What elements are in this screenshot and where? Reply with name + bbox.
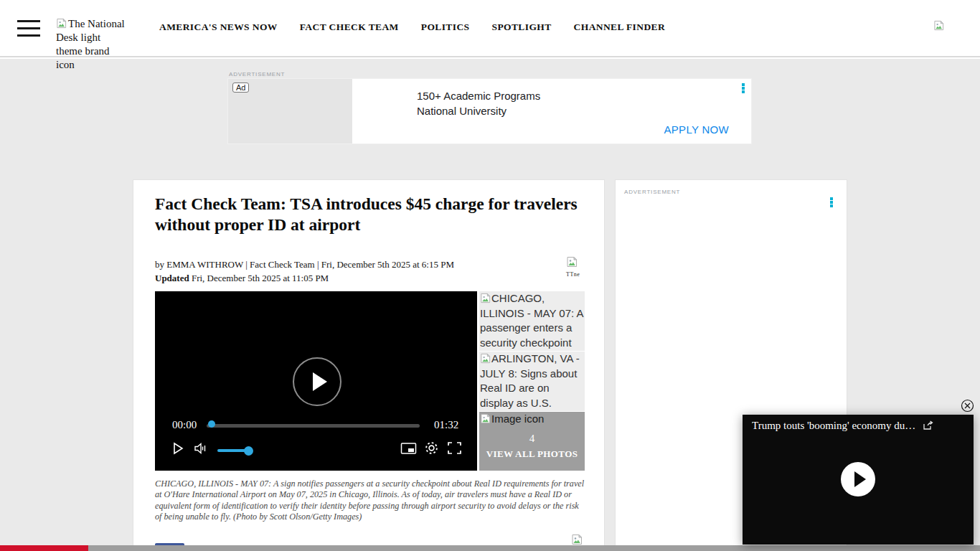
updated-time: Fri, December 5th 2025 at 11:05 PM bbox=[189, 273, 329, 283]
broken-image-icon bbox=[480, 353, 491, 364]
view-all-photos-button[interactable]: VIEW ALL PHOTOS bbox=[479, 447, 585, 462]
site-logo[interactable]: The National Desk light theme brand icon bbox=[56, 17, 126, 72]
picture-in-picture-icon[interactable] bbox=[400, 442, 417, 455]
page-bottom-progress-bar bbox=[0, 545, 980, 551]
article-card: Fact Check Team: TSA introduces $45 char… bbox=[133, 179, 605, 551]
header-weather-broken-image-icon[interactable] bbox=[933, 20, 944, 34]
ad-content: 150+ Academic Programs National Universi… bbox=[352, 79, 751, 143]
hamburger-menu-icon[interactable] bbox=[17, 20, 40, 37]
article-title: Fact Check Team: TSA introduces $45 char… bbox=[155, 194, 590, 235]
site-header: The National Desk light theme brand icon… bbox=[0, 0, 980, 57]
top-ad-banner[interactable]: Ad 150+ Academic Programs National Unive… bbox=[228, 79, 751, 143]
photo-count: 4 bbox=[479, 431, 585, 446]
ad-headline: 150+ Academic Programs bbox=[417, 90, 540, 102]
volume-handle[interactable] bbox=[244, 446, 253, 456]
fullscreen-icon[interactable] bbox=[447, 441, 462, 455]
open-share-icon[interactable] bbox=[923, 420, 933, 430]
ad-badge[interactable]: Ad bbox=[232, 83, 249, 93]
video-player[interactable]: 00:00 01:32 bbox=[155, 291, 477, 471]
big-play-button[interactable] bbox=[293, 357, 341, 406]
photo-caption: CHICAGO, ILLINOIS - MAY 07: A sign notif… bbox=[155, 479, 586, 522]
ad-apply-now-link[interactable]: APPLY NOW bbox=[664, 123, 729, 136]
broken-image-icon bbox=[480, 413, 491, 424]
floating-player-title-row[interactable]: Trump touts 'booming' economy du… bbox=[752, 420, 966, 432]
floating-player-close-icon[interactable] bbox=[961, 399, 974, 413]
floating-player-play-button[interactable] bbox=[841, 462, 875, 496]
broken-image-icon bbox=[56, 18, 67, 29]
settings-gear-icon[interactable] bbox=[424, 441, 439, 456]
ad-options-menu-icon[interactable] bbox=[742, 83, 745, 94]
advertisement-label: ADVERTISEMENT bbox=[229, 71, 285, 77]
broken-image-icon bbox=[480, 293, 491, 303]
play-button-icon[interactable] bbox=[172, 441, 184, 456]
nav-item-americas-news-now[interactable]: AMERICA'S NEWS NOW bbox=[159, 22, 278, 33]
volume-icon[interactable] bbox=[194, 442, 208, 455]
video-seekbar[interactable] bbox=[207, 424, 420, 428]
ad-image-placeholder: Ad bbox=[228, 79, 352, 143]
updated-label: Updated bbox=[155, 273, 189, 283]
ad-advertiser: National University bbox=[417, 105, 507, 117]
floating-video-player[interactable]: Trump touts 'booming' economy du… bbox=[743, 415, 974, 545]
page: The National Desk light theme brand icon… bbox=[0, 0, 980, 551]
share-broken-image[interactable]: TTne bbox=[566, 256, 586, 278]
progress-bar-fill bbox=[0, 545, 88, 551]
video-duration: 01:32 bbox=[434, 419, 458, 431]
nav-item-fact-check-team[interactable]: FACT CHECK TEAM bbox=[300, 22, 399, 33]
updated-line: Updated Fri, December 5th 2025 at 11:05 … bbox=[155, 272, 454, 286]
seekbar-handle[interactable] bbox=[208, 420, 215, 428]
volume-slider[interactable] bbox=[217, 449, 248, 452]
gallery-thumb-1[interactable]: CHICAGO, ILLINOIS - MAY 07: A passenger … bbox=[479, 291, 585, 351]
byline-line: by EMMA WITHROW | Fact Check Team | Fri,… bbox=[155, 258, 454, 272]
photo-gallery: CHICAGO, ILLINOIS - MAY 07: A passenger … bbox=[479, 291, 585, 471]
floating-player-title[interactable]: Trump touts 'booming' economy du… bbox=[752, 420, 915, 431]
nav-item-channel-finder[interactable]: CHANNEL FINDER bbox=[574, 22, 666, 33]
thumb-alt-text: CHICAGO, ILLINOIS - MAY 07: A passenger … bbox=[480, 292, 583, 349]
thumb-alt-text: Image icon bbox=[491, 413, 544, 425]
gallery-view-all-tile[interactable]: Image icon 4 VIEW ALL PHOTOS bbox=[479, 412, 585, 471]
primary-nav: AMERICA'S NEWS NOW FACT CHECK TEAM POLIT… bbox=[159, 22, 665, 33]
ad-options-menu-icon[interactable] bbox=[830, 197, 833, 208]
advertisement-label: ADVERTISEMENT bbox=[624, 189, 680, 195]
broken-image-icon bbox=[566, 256, 578, 268]
video-current-time: 00:00 bbox=[172, 419, 197, 431]
article-byline: by EMMA WITHROW | Fact Check Team | Fri,… bbox=[155, 258, 454, 285]
nav-item-politics[interactable]: POLITICS bbox=[421, 22, 470, 33]
thumb-alt-text: ARLINGTON, VA - JULY 8: Signs about Real… bbox=[480, 352, 580, 409]
nav-item-spotlight[interactable]: SPOTLIGHT bbox=[491, 22, 551, 33]
share-broken-alt-text: TTne bbox=[566, 271, 586, 278]
gallery-thumb-2[interactable]: ARLINGTON, VA - JULY 8: Signs about Real… bbox=[479, 352, 585, 411]
